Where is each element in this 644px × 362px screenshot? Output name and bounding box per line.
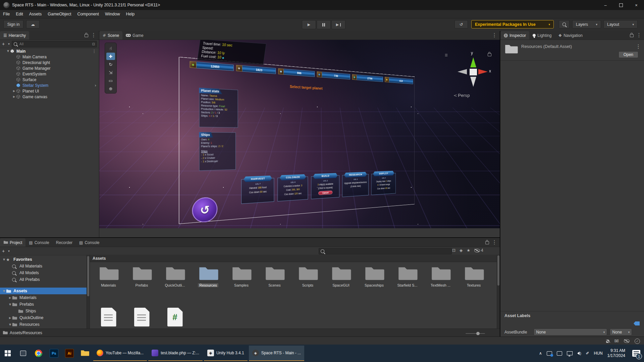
expand-arrow-icon[interactable]: ▼	[6, 50, 10, 53]
left-axis-cone[interactable]	[458, 69, 467, 74]
file-item[interactable]: #	[158, 308, 192, 326]
tab-project[interactable]: Project	[0, 238, 25, 247]
kebab-menu-icon[interactable]: ⋮	[92, 49, 96, 54]
project-tree-item[interactable]: ▶Materials	[0, 294, 87, 301]
tree-arrow-icon[interactable]: ▼	[2, 258, 6, 261]
eye-off-icon[interactable]	[624, 339, 630, 343]
tree-arrow-icon[interactable]: ▼	[2, 290, 6, 293]
lock-icon[interactable]	[485, 241, 489, 244]
hierarchy-item[interactable]: Stellar System›	[0, 82, 99, 88]
hierarchy-item[interactable]: Game Manager	[0, 65, 99, 71]
pen-icon[interactable]: ✐	[586, 351, 589, 356]
illustrator-button[interactable]: Ai	[62, 345, 77, 362]
capture-icon[interactable]	[557, 351, 562, 356]
experimental-packages-warning[interactable]: Experimental Packages In Use▾	[471, 20, 554, 28]
tab-console[interactable]: ▤Console	[76, 238, 103, 247]
perspective-label[interactable]: <Persp	[453, 93, 470, 98]
hierarchy-item[interactable]: ▶Planet UI	[0, 88, 99, 94]
assets-scrollbar[interactable]	[497, 255, 500, 329]
taskbar-app[interactable]: test.blade.php — Z:...	[148, 346, 203, 361]
favorites-icon[interactable]: ★	[467, 248, 470, 253]
project-tree-item[interactable]: ▶QuickOutline	[0, 314, 87, 321]
maximize-button[interactable]	[613, 0, 629, 10]
hierarchy-item[interactable]: ▶Game canvas	[0, 94, 99, 100]
project-tree-item[interactable]: Ships	[0, 308, 87, 314]
project-tree-item[interactable]: All Models	[0, 269, 87, 276]
file-item[interactable]	[125, 308, 158, 326]
pause-button[interactable]	[317, 20, 331, 29]
thumbnail-zoom-slider[interactable]	[466, 333, 485, 334]
chrome-button[interactable]	[31, 345, 46, 362]
folder-scripts[interactable]: Scripts	[291, 265, 324, 287]
tab-hierarchy[interactable]: ☰ Hierarchy	[0, 31, 29, 40]
folder-quickoutli[interactable]: QuickOutli...	[158, 265, 192, 287]
play-button[interactable]: ▶	[302, 20, 316, 29]
label-tag-icon[interactable]	[634, 321, 640, 325]
transform-tool[interactable]: ⊕	[106, 85, 115, 92]
lock-icon[interactable]	[85, 34, 88, 37]
menu-item-window[interactable]: Window	[102, 12, 123, 16]
sign-in-button[interactable]: Sign in	[3, 20, 23, 28]
hierarchy-search-input[interactable]	[19, 42, 91, 46]
tree-arrow-icon[interactable]: ▶	[8, 296, 12, 299]
kebab-menu-icon[interactable]: ⋮	[636, 43, 641, 50]
folder-prefabs[interactable]: Prefabs	[125, 265, 158, 287]
tab-inspector[interactable]: iInspector	[500, 31, 529, 40]
menu-item-edit[interactable]: Edit	[13, 12, 26, 16]
notification-center-button[interactable]: 1	[629, 345, 644, 362]
view-tool[interactable]: ☝	[106, 45, 115, 52]
folder-resources[interactable]: Resources	[192, 265, 225, 287]
hidden-count[interactable]: 4	[474, 248, 483, 253]
folder-spacegui[interactable]: SpaceGUI	[324, 265, 358, 287]
move-tool[interactable]: ✚	[106, 53, 115, 60]
folder-materials[interactable]: Materials	[92, 265, 125, 287]
file-explorer-button[interactable]	[77, 345, 93, 362]
rect-tool[interactable]: ▭	[106, 77, 115, 84]
menu-item-component[interactable]: Component	[74, 12, 102, 16]
variant-dropdown[interactable]: None▾	[610, 328, 632, 336]
tab-lighting[interactable]: Lighting	[529, 31, 555, 40]
search-by-label-icon[interactable]: ◈	[460, 248, 463, 253]
assetbundle-dropdown[interactable]: None▾	[534, 328, 607, 336]
y-axis-cone[interactable]	[470, 57, 476, 67]
scale-tool[interactable]: ⇲	[106, 69, 115, 76]
open-button[interactable]: Open	[619, 51, 638, 58]
tree-arrow-icon[interactable]: ▼	[8, 303, 12, 306]
mail-icon[interactable]: ✉	[614, 338, 619, 344]
folder-spaceships[interactable]: Spaceships	[358, 265, 391, 287]
layers-dropdown[interactable]: Layers▾	[572, 20, 601, 28]
project-search[interactable]	[319, 248, 452, 254]
volume-icon[interactable]	[577, 351, 581, 355]
hierarchy-search[interactable]: ⊡	[12, 41, 97, 47]
cloud-button[interactable]: ☁	[26, 20, 40, 28]
add-object-button[interactable]: +▾	[2, 41, 10, 47]
tab-navigation[interactable]: ❖Navigation	[555, 31, 586, 40]
kebab-menu-icon[interactable]: ⋮	[636, 32, 642, 38]
rotate-tool[interactable]: ↻	[106, 61, 115, 68]
taskbar-app[interactable]: ◈Unity Hub 3.4.1	[204, 346, 248, 361]
tree-arrow-icon[interactable]: ▼	[8, 323, 12, 326]
task-view-button[interactable]	[15, 345, 31, 362]
photoshop-button[interactable]: Ps	[46, 345, 62, 362]
kebab-menu-icon[interactable]: ⋮	[492, 239, 497, 245]
gizmo-cube[interactable]	[470, 69, 477, 75]
search-by-type-icon[interactable]: ⊡	[452, 248, 455, 253]
hierarchy-item[interactable]: Directional light	[0, 60, 99, 65]
onedrive-icon[interactable]	[547, 351, 552, 356]
collapse-arrow-icon[interactable]: ▶	[12, 95, 16, 98]
hierarchy-root-row[interactable]: ▼Main⋮	[0, 48, 99, 54]
overlay-menu-icon[interactable]: ☰	[445, 53, 448, 57]
menu-item-gameobject[interactable]: GameObject	[45, 12, 74, 16]
project-search-input[interactable]	[326, 249, 450, 254]
chevron-right-icon[interactable]: ›	[95, 83, 96, 88]
minimize-button[interactable]: –	[598, 0, 613, 10]
create-asset-button[interactable]: +▾	[2, 248, 10, 254]
undo-history-button[interactable]: ↺	[454, 20, 468, 28]
tab-console[interactable]: ▤Console	[25, 238, 52, 247]
menu-item-help[interactable]: Help	[123, 12, 138, 16]
project-tree-item[interactable]: ▼★Favorites	[0, 256, 87, 263]
hidden-icons-chevron[interactable]: ∧	[539, 351, 542, 356]
hierarchy-item[interactable]: Main Camera	[0, 54, 99, 60]
search-button[interactable]	[559, 20, 570, 28]
collapse-arrow-icon[interactable]: ▶	[12, 89, 16, 93]
